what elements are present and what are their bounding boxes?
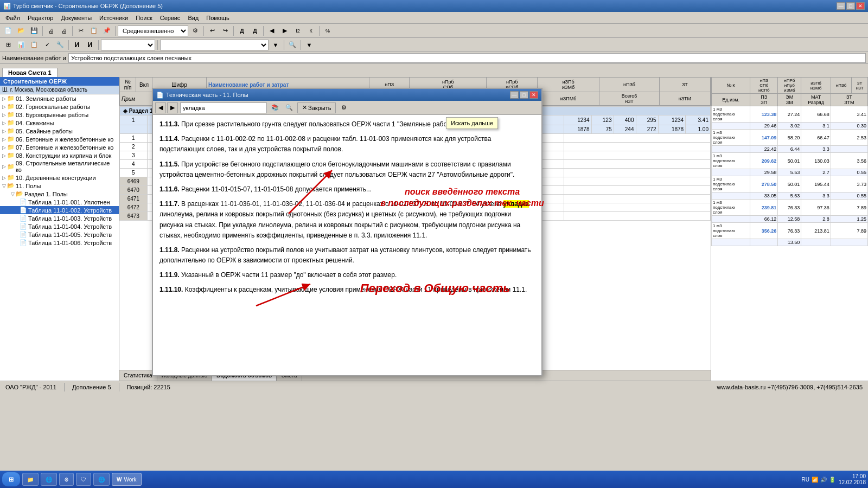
tb2-down[interactable]: ▼	[303, 40, 315, 50]
close-dialog-button[interactable]: ✕ Закрыть	[297, 102, 336, 113]
menu-file[interactable]: Файл	[2, 14, 23, 22]
maximize-button[interactable]: □	[846, 2, 855, 10]
sidebar-item-1[interactable]: ▷📁 02. Горноскальные работы	[0, 102, 119, 111]
dialog-nav-arrows[interactable]: ◀ ▶	[155, 102, 178, 113]
right-row-4[interactable]: 1 м3подстилаюслоя 209.62 50.01 130.03 3.…	[712, 153, 868, 169]
right-row-2[interactable]: 1 м3подстилаюслоя 147.09 58.20 66.47 2.5…	[712, 130, 868, 146]
tb2-filter[interactable]: ▼	[270, 40, 282, 50]
sidebar-item-12[interactable]: 📄 Таблица 11-01-001. Уплотнен	[0, 198, 119, 206]
right-row-8[interactable]: 1 м3подстилаюслоя 239.81 76.33 97.36 7.8…	[712, 200, 868, 216]
sidebar-item-2[interactable]: ▷📁 03. Буровзрывные работы	[0, 111, 119, 119]
dialog-back-arrow[interactable]: ◀	[155, 102, 166, 113]
sidebar-item-14[interactable]: 📄 Таблица 11-01-003. Устройств	[0, 214, 119, 222]
tb-percent[interactable]: %	[322, 25, 334, 36]
sidebar-item-5[interactable]: ▷📁 06. Бетонные и железобетонные ко	[0, 135, 119, 143]
sidebar-item-17[interactable]: 📄 Таблица 11-01-006. Устройств	[0, 239, 119, 247]
sidebar-item-8[interactable]: ▷📁 09. Строительные металлические кo	[0, 159, 119, 174]
tb-open[interactable]: 📂	[15, 25, 27, 36]
tb-undo[interactable]: ↩	[206, 25, 218, 36]
menu-documents[interactable]: Документы	[58, 14, 95, 22]
taskbar-app-folder[interactable]: 📁	[22, 473, 39, 486]
search-input[interactable]	[180, 102, 267, 113]
dialog-settings-icon[interactable]: ⚙	[338, 102, 350, 113]
dialog-forward-arrow[interactable]: ▶	[167, 102, 178, 113]
right-row-6[interactable]: 1 м3подстилаюслоя 278.50 50.01 195.44 3.…	[712, 176, 868, 192]
tb-back[interactable]: ◀	[266, 25, 278, 36]
tb2-4[interactable]: ✓	[41, 40, 53, 50]
tb-paste[interactable]: 📌	[101, 25, 113, 36]
sidebar-item-4[interactable]: ▷📁 05. Свайные работы	[0, 127, 119, 135]
tb-bold[interactable]: Д	[236, 25, 248, 36]
right-row-3[interactable]: 22.42 6.44 3.3	[712, 146, 868, 153]
rr3-mat: 3.3	[801, 146, 831, 153]
right-row-7[interactable]: 33.05 5.53 3.3 0.55	[712, 192, 868, 200]
sidebar-item-0[interactable]: ▷📁 01. Земляные работы	[0, 94, 119, 102]
taskbar-app-browser[interactable]: 🌐	[41, 473, 57, 486]
rr11-em: 13.50	[778, 239, 801, 246]
right-row-0[interactable]: 1 м3подстилаюслоя 123.38 27.24 66.68 3.4…	[712, 106, 868, 123]
taskbar-app-settings[interactable]: ⚙	[59, 473, 74, 486]
right-row-10[interactable]: 1 м3подстилаюслоя 356.26 76.33 213.81 7.…	[712, 223, 868, 239]
search-more-btn[interactable]: Искать дальше	[451, 120, 493, 126]
tb-redo[interactable]: ↪	[219, 25, 231, 36]
tb-print2[interactable]: 🖨	[58, 25, 70, 36]
menu-view[interactable]: Вид	[184, 14, 202, 22]
tb-settings[interactable]: ⚙	[189, 25, 201, 36]
tb2-5[interactable]: 🔧	[54, 40, 66, 50]
dialog-close[interactable]: ✕	[529, 91, 538, 99]
close-button[interactable]: ✕	[856, 2, 865, 10]
tb-save[interactable]: 💾	[28, 25, 40, 36]
tb2-1[interactable]: ⊞	[2, 40, 14, 50]
tb2-search[interactable]: 🔍	[286, 40, 298, 50]
search-mag-icon[interactable]: 🔍	[283, 102, 295, 113]
right-row-9[interactable]: 66.12 12.58 2.8 1.25	[712, 216, 868, 223]
search-book-icon[interactable]: 📚	[269, 102, 281, 113]
dialog-window-controls[interactable]: — □ ✕	[510, 91, 538, 99]
menu-service[interactable]: Сервис	[157, 14, 184, 22]
tb-copy[interactable]: 📋	[88, 25, 100, 36]
tb2-6[interactable]: И	[71, 40, 83, 50]
averaging-dropdown[interactable]: Средневзвешенно	[118, 25, 188, 36]
rh-edizm: Ед.изм.	[712, 94, 750, 106]
sidebar-item-15[interactable]: 📄 Таблица 11-01-004. Устройств	[0, 222, 119, 230]
sidebar-item-6[interactable]: ▷📁 07. Бетонные и железобетонные ко	[0, 143, 119, 151]
tb2-2[interactable]: 📊	[15, 40, 27, 50]
start-button[interactable]: ⊞	[2, 472, 20, 486]
tb2-3[interactable]: 📋	[28, 40, 40, 50]
tb2-dropdown2[interactable]	[160, 40, 269, 50]
tb-k[interactable]: К	[305, 25, 317, 36]
search-popup[interactable]: Искать дальше	[446, 117, 498, 129]
right-row-11[interactable]: 13.50	[712, 239, 868, 246]
menu-search[interactable]: Поиск	[132, 14, 155, 22]
tb2-dropdown[interactable]	[101, 40, 155, 50]
addr-input[interactable]	[68, 53, 866, 63]
taskbar-app-word[interactable]: W Work	[112, 473, 142, 486]
menu-editor[interactable]: Редактор	[24, 14, 56, 22]
tb-forward[interactable]: ▶	[279, 25, 291, 36]
sidebar-item-16[interactable]: 📄 Таблица 11-01-005. Устройств	[0, 230, 119, 239]
window-controls[interactable]: — □ ✕	[837, 2, 865, 10]
menu-help[interactable]: Помощь	[203, 14, 233, 22]
dialog-maximize[interactable]: □	[520, 91, 528, 99]
sidebar-item-3[interactable]: ▷📁 04. Скважины	[0, 119, 119, 127]
sidebar-item-7[interactable]: ▷📁 08. Конструкции из кирпича и блок	[0, 151, 119, 159]
dialog-minimize[interactable]: —	[510, 91, 519, 99]
sidebar-item-10[interactable]: ▽📂 11. Полы	[0, 182, 119, 190]
right-row-1[interactable]: 29.46 3.02 3.1 0.30	[712, 123, 868, 130]
tb-print[interactable]: 🖨	[45, 25, 57, 36]
sidebar-item-13[interactable]: 📄 Таблица 11-01-002. Устройств	[0, 206, 119, 214]
tb-cut[interactable]: ✂	[75, 25, 87, 36]
sidebar-item-9[interactable]: ▷📁 10. Деревянные конструкции	[0, 174, 119, 182]
tb-f2[interactable]: f2	[292, 25, 304, 36]
taskbar-app-chrome[interactable]: 🌐	[93, 473, 110, 486]
menu-sources[interactable]: Источники	[96, 14, 131, 22]
right-row-5[interactable]: 29.58 5.53 2.7 0.55	[712, 169, 868, 176]
row2-1878b: 1878	[658, 125, 686, 134]
sidebar-item-11[interactable]: ▽📂 Раздел 1. Полы	[0, 190, 119, 198]
tb-bold2[interactable]: Д	[249, 25, 261, 36]
tb2-7[interactable]: И	[84, 40, 96, 50]
tab-new-estimate[interactable]: Новая Смета 1	[2, 68, 58, 77]
minimize-button[interactable]: —	[837, 2, 845, 10]
taskbar-app-shield[interactable]: 🛡	[76, 473, 91, 486]
tb-new[interactable]: 📄	[2, 25, 14, 36]
